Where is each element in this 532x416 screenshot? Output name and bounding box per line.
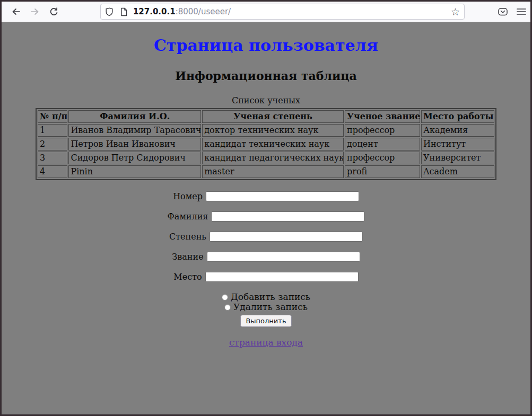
table-caption: Список ученых [2, 95, 530, 105]
record-form: НомерФамилияСтепеньЗваниеМесто Добавить … [2, 191, 530, 327]
table-cell: 3 [38, 152, 67, 164]
scientists-table-wrap: Список ученых № п/пФамилия И.О.Ученая ст… [2, 95, 530, 180]
forward-arrow-icon [30, 7, 40, 16]
degree-label: Степень [169, 232, 206, 242]
table-cell: Институт [421, 138, 494, 151]
table-row: 2Петров Иван Ивановичкандидат технически… [38, 138, 494, 151]
radio-group: Добавить записьУдалить запись [2, 292, 530, 312]
table-cell: 2 [38, 138, 67, 151]
table-body: 1Иванов Владимир Тарасовичдоктор техниче… [38, 124, 494, 178]
table-cell: кандидат педагогических наук [202, 152, 344, 164]
field-row-rank: Звание [2, 252, 530, 262]
table-cell: Academ [421, 165, 494, 178]
radio-label-delete: Удалить запись [233, 302, 308, 312]
table-cell: Сидоров Петр Сидорович [68, 152, 201, 164]
field-row-degree: Степень [2, 232, 530, 242]
page-content: Страница пользователя Информационная таб… [2, 22, 530, 414]
table-header-cell: № п/п [38, 110, 67, 123]
radio-row-delete: Удалить запись [2, 302, 530, 312]
radio-delete[interactable] [224, 304, 231, 311]
table-cell: 1 [38, 124, 67, 137]
place-input[interactable] [205, 272, 359, 282]
field-row-number: Номер [2, 191, 530, 201]
page-document-icon [120, 7, 128, 16]
table-header-cell: Ученая степень [202, 110, 344, 123]
radio-row-add: Добавить запись [2, 292, 530, 302]
table-row: 1Иванов Владимир Тарасовичдоктор техниче… [38, 124, 494, 137]
surname-label: Фамилия [168, 211, 208, 222]
degree-input[interactable] [210, 232, 363, 242]
field-row-place: Место [2, 272, 530, 282]
rank-label: Звание [172, 252, 203, 262]
table-cell: Pinin [68, 165, 201, 178]
pocket-icon[interactable] [498, 7, 508, 16]
form-fields: НомерФамилияСтепеньЗваниеМесто [2, 191, 530, 282]
hamburger-menu-icon[interactable] [517, 8, 526, 15]
table-cell: 4 [38, 165, 67, 178]
table-cell: profi [345, 165, 420, 178]
number-input[interactable] [206, 191, 359, 201]
browser-toolbar: 127.0.0.1:8000/useeer/ ☆ [2, 2, 530, 22]
page-title: Страница пользователя [2, 36, 530, 55]
back-arrow-icon [11, 7, 21, 16]
table-header-cell: Ученое звание [345, 110, 420, 123]
url-host: 127.0.0.1 [133, 7, 176, 16]
table-cell: профессор [345, 152, 420, 164]
table-cell: Иванов Владимир Тарасович [68, 124, 201, 137]
execute-button[interactable]: Выполнить [240, 315, 291, 327]
table-row: 4PininmasterprofiAcadem [38, 165, 494, 178]
page-subtitle: Информационная таблица [2, 69, 530, 83]
table-row: 3Сидоров Петр Сидоровичкандидат педагоги… [38, 152, 494, 164]
url-path: :8000/useeer/ [176, 7, 231, 16]
scientists-table: № п/пФамилия И.О.Ученая степеньУченое зв… [36, 108, 496, 180]
table-cell: master [202, 165, 344, 178]
radio-add[interactable] [222, 294, 228, 300]
table-cell: Академия [421, 124, 494, 137]
surname-input[interactable] [211, 211, 364, 222]
table-header-cell: Фамилия И.О. [68, 110, 201, 123]
table-cell: Петров Иван Иванович [68, 138, 201, 151]
reload-button[interactable] [47, 5, 61, 19]
number-label: Номер [173, 191, 203, 201]
table-cell: Университет [421, 152, 494, 164]
table-cell: кандидат технических наук [202, 138, 344, 151]
back-button[interactable] [9, 5, 23, 19]
reload-icon [49, 7, 58, 16]
url-text: 127.0.0.1:8000/useeer/ [133, 7, 231, 16]
rank-input[interactable] [207, 252, 360, 262]
table-header-row: № п/пФамилия И.О.Ученая степеньУченое зв… [38, 110, 494, 123]
table-header-cell: Место работы [421, 110, 494, 123]
toolbar-right-icons [498, 7, 526, 16]
bookmark-star-icon[interactable]: ☆ [451, 7, 460, 17]
shield-icon [105, 7, 114, 16]
table-cell: профессор [345, 124, 420, 137]
table-cell: доцент [345, 138, 420, 151]
radio-label-add: Добавить запись [231, 292, 310, 302]
login-page-link[interactable]: страница входа [229, 337, 303, 348]
address-bar[interactable]: 127.0.0.1:8000/useeer/ ☆ [100, 4, 465, 20]
browser-window: 127.0.0.1:8000/useeer/ ☆ Страница пользо… [2, 2, 530, 414]
place-label: Место [173, 272, 202, 282]
forward-button[interactable] [28, 5, 42, 19]
table-cell: доктор технических наук [202, 124, 344, 137]
field-row-surname: Фамилия [2, 211, 530, 222]
